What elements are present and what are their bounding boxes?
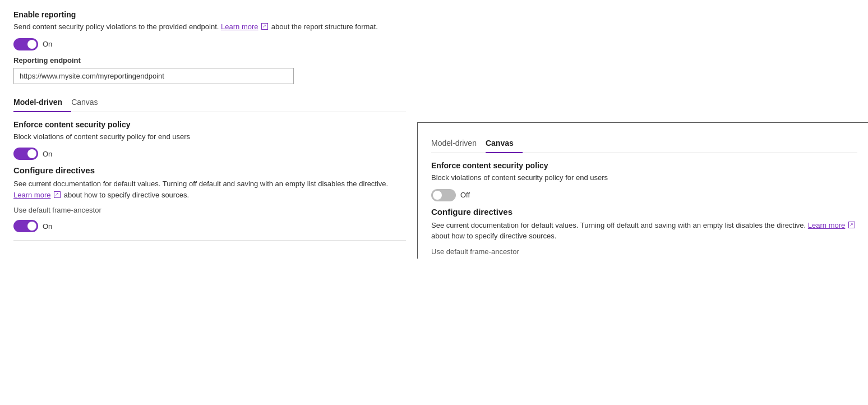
enforce-csp-toggle-knob xyxy=(27,149,36,158)
external-icon-3 xyxy=(848,222,855,228)
overlay-enforce-csp-title: Enforce content security policy xyxy=(431,161,857,170)
overlay-enforce-csp-toggle[interactable] xyxy=(431,189,456,201)
enable-reporting-desc: Send content security policy violations … xyxy=(13,21,406,33)
use-default-frame-toggle-knob xyxy=(27,222,36,231)
enable-reporting-toggle-knob xyxy=(27,40,36,49)
external-icon-1 xyxy=(261,23,268,30)
configure-directives-desc: See current documentation for default va… xyxy=(13,178,406,200)
overlay-configure-learn-more[interactable]: Learn more xyxy=(808,221,845,229)
overlay-enforce-csp-toggle-label: Off xyxy=(460,191,470,199)
overlay-panel: Model-driven Canvas Enforce content secu… xyxy=(417,122,868,259)
external-icon-2 xyxy=(54,191,61,198)
use-default-frame-toggle-label: On xyxy=(43,222,52,231)
overlay-configure-directives-title: Configure directives xyxy=(431,207,857,217)
tab-canvas[interactable]: Canvas xyxy=(71,93,107,112)
use-default-frame-toggle-wrapper: On xyxy=(13,220,406,232)
enable-reporting-toggle-wrapper: On xyxy=(13,38,406,50)
configure-desc-suffix: about how to specify directive sources. xyxy=(64,191,189,199)
use-default-frame-toggle[interactable] xyxy=(13,220,38,232)
configure-directives-title: Configure directives xyxy=(13,165,406,175)
enable-reporting-toggle[interactable] xyxy=(13,38,38,50)
overlay-use-default-frame-title: Use default frame-ancestor xyxy=(431,247,857,256)
enforce-csp-desc: Block violations of content security pol… xyxy=(13,131,406,142)
tab-model-driven[interactable]: Model-driven xyxy=(13,93,71,112)
enable-reporting-toggle-label: On xyxy=(43,40,52,48)
reporting-endpoint-input[interactable] xyxy=(13,68,294,84)
overlay-configure-desc-prefix: See current documentation for default va… xyxy=(431,221,806,229)
enable-reporting-desc-suffix: about the report structure format. xyxy=(271,22,378,31)
enable-reporting-desc-prefix: Send content security policy violations … xyxy=(13,22,219,31)
enforce-csp-toggle-wrapper: On xyxy=(13,148,406,160)
enforce-csp-toggle-label: On xyxy=(43,150,52,158)
main-tabs: Model-driven Canvas xyxy=(13,93,406,112)
use-default-frame-title: Use default frame-ancestor xyxy=(13,206,406,214)
overlay-enforce-csp-toggle-knob xyxy=(433,191,442,200)
overlay-tabs: Model-driven Canvas xyxy=(431,134,857,153)
enforce-csp-toggle[interactable] xyxy=(13,148,38,160)
configure-desc-prefix: See current documentation for default va… xyxy=(13,180,388,188)
enable-reporting-title: Enable reporting xyxy=(13,10,406,19)
overlay-enforce-csp-desc: Block violations of content security pol… xyxy=(431,172,857,183)
overlay-configure-directives-desc: See current documentation for default va… xyxy=(431,220,857,242)
enable-reporting-learn-more[interactable]: Learn more xyxy=(221,22,258,31)
configure-learn-more[interactable]: Learn more xyxy=(13,191,50,199)
overlay-tab-canvas[interactable]: Canvas xyxy=(486,134,523,153)
overlay-enforce-csp-toggle-wrapper: Off xyxy=(431,189,857,201)
overlay-tab-model-driven[interactable]: Model-driven xyxy=(431,134,486,153)
enforce-csp-title: Enforce content security policy xyxy=(13,120,406,129)
overlay-configure-desc-suffix: about how to specify directive sources. xyxy=(431,232,556,240)
reporting-endpoint-label: Reporting endpoint xyxy=(13,56,406,65)
main-divider xyxy=(13,240,406,241)
